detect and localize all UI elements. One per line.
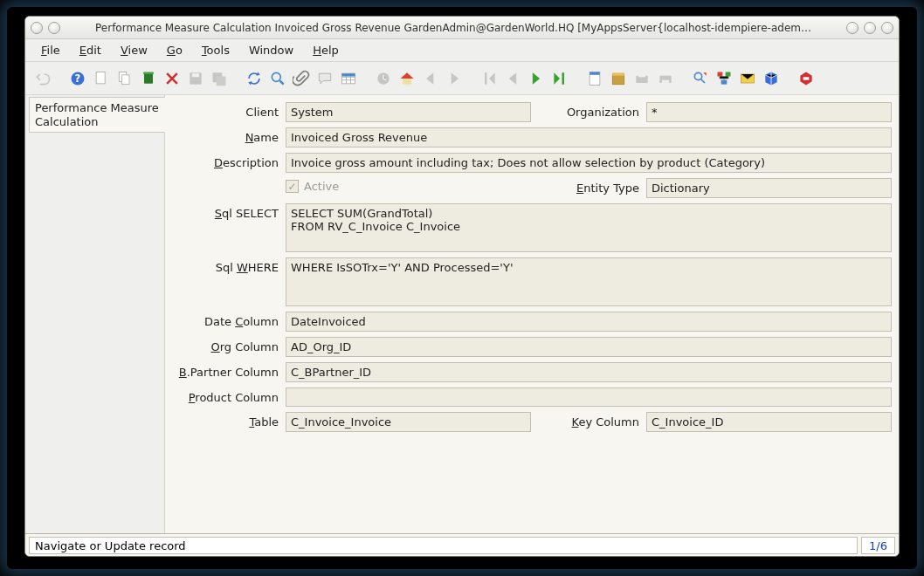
active-label: Active [304, 180, 339, 193]
window-menu-button[interactable] [31, 22, 43, 34]
archive-icon[interactable] [608, 68, 629, 89]
bpcol-label: B.Partner Column [167, 362, 280, 379]
sqlselect-label: Sql SELECT [167, 203, 280, 220]
entitytype-field[interactable]: Dictionary [646, 178, 892, 198]
home-icon[interactable] [396, 68, 417, 89]
first-icon[interactable] [479, 68, 500, 89]
menu-window[interactable]: Window [240, 41, 302, 59]
titlebar: Performance Measure Calculation Invoiced… [25, 17, 899, 39]
orgcol-label: Org Column [167, 337, 280, 353]
table-label: Table [167, 412, 280, 429]
sqlwhere-field[interactable]: WHERE IsSOTrx='Y' AND Processed='Y' [286, 257, 892, 306]
prev-icon[interactable] [502, 68, 523, 89]
description-field[interactable]: Invoice gross amount including tax; Does… [286, 153, 892, 173]
save-new-icon[interactable] [209, 68, 230, 89]
request-icon[interactable] [737, 68, 758, 89]
chat-icon[interactable] [314, 68, 335, 89]
history-icon[interactable] [373, 68, 394, 89]
svg-rect-30 [803, 77, 810, 79]
svg-point-11 [272, 72, 280, 81]
keycol-label: Key Column [536, 412, 641, 429]
menu-edit[interactable]: Edit [71, 41, 110, 59]
window-title: Performance Measure Calculation Invoiced… [95, 22, 811, 34]
svg-rect-15 [403, 79, 411, 85]
svg-rect-2 [96, 72, 105, 83]
datecol-label: Date Column [167, 312, 280, 328]
print-icon[interactable] [655, 68, 676, 89]
prodcol-field[interactable] [286, 387, 892, 407]
menu-file[interactable]: File [32, 41, 69, 59]
svg-rect-8 [192, 73, 199, 77]
grid-toggle-icon[interactable] [338, 68, 359, 89]
svg-rect-10 [217, 76, 226, 86]
nav-forward-icon[interactable] [444, 68, 465, 89]
zoom-across-icon[interactable] [690, 68, 711, 89]
description-label: Description [167, 153, 280, 169]
organization-label: Organization [536, 102, 641, 119]
svg-rect-19 [612, 72, 624, 75]
print-preview-icon[interactable] [631, 68, 652, 89]
minimize-button[interactable] [846, 22, 858, 34]
name-label: Name [167, 127, 280, 144]
attachment-icon[interactable] [291, 68, 312, 89]
svg-rect-21 [638, 72, 645, 77]
workflow-icon[interactable] [714, 68, 734, 89]
report-icon[interactable] [584, 68, 605, 89]
svg-point-24 [694, 72, 701, 79]
maximize-button[interactable] [864, 22, 876, 34]
product-info-icon[interactable] [761, 68, 782, 89]
entitytype-label: Entity Type [536, 178, 641, 195]
svg-text:?: ? [75, 72, 81, 85]
help-icon[interactable]: ? [67, 68, 88, 89]
end-icon[interactable] [796, 68, 817, 89]
nav-back-icon[interactable] [420, 68, 441, 89]
sqlwhere-label: Sql WHERE [167, 257, 280, 274]
sqlselect-field[interactable]: SELECT SUM(GrandTotal) FROM RV_C_Invoice… [286, 203, 892, 252]
menu-help[interactable]: Help [304, 41, 348, 59]
checkbox-icon: ✓ [286, 180, 299, 193]
svg-rect-6 [143, 72, 154, 74]
copy-icon[interactable] [114, 68, 135, 89]
menubar: File Edit View Go Tools Window Help [25, 39, 899, 62]
svg-rect-25 [718, 72, 723, 76]
delete-icon[interactable] [138, 68, 159, 89]
menu-go[interactable]: Go [158, 41, 191, 59]
window-pin-button[interactable] [48, 22, 60, 34]
tab-column: Performance Measure Calculation [25, 95, 165, 533]
svg-rect-27 [721, 79, 727, 84]
menu-view[interactable]: View [112, 41, 156, 59]
name-field[interactable]: Invoiced Gross Revenue [286, 127, 892, 147]
datecol-field[interactable]: DateInvoiced [286, 312, 892, 332]
table-field[interactable]: C_Invoice_Invoice [286, 412, 531, 432]
save-icon[interactable] [185, 68, 206, 89]
keycol-field[interactable]: C_Invoice_ID [646, 412, 892, 432]
delete-selection-icon[interactable] [162, 68, 183, 89]
tab-performance-measure-calculation[interactable]: Performance Measure Calculation [29, 97, 165, 133]
menu-tools[interactable]: Tools [193, 41, 238, 59]
find-icon[interactable] [267, 68, 288, 89]
svg-rect-4 [122, 74, 129, 84]
client-field[interactable]: System [286, 102, 531, 122]
next-icon[interactable] [526, 68, 547, 89]
svg-rect-23 [662, 79, 669, 84]
svg-rect-5 [144, 73, 153, 84]
organization-field[interactable]: * [646, 102, 892, 122]
toolbar: ? [25, 62, 899, 95]
close-button[interactable] [881, 22, 893, 34]
bpcol-field[interactable]: C_BPartner_ID [286, 362, 892, 382]
undo-icon[interactable] [32, 68, 53, 89]
statusbar: Navigate or Update record 1/6 [25, 533, 899, 556]
form-area: Client System Organization * Name Invoic… [165, 95, 899, 533]
status-page[interactable]: 1/6 [861, 537, 895, 554]
new-icon[interactable] [91, 68, 112, 89]
active-checkbox: ✓ Active [286, 178, 531, 195]
last-icon[interactable] [549, 68, 570, 89]
svg-rect-26 [726, 72, 731, 76]
orgcol-field[interactable]: AD_Org_ID [286, 337, 892, 357]
client-label: Client [167, 102, 280, 119]
refresh-icon[interactable] [244, 68, 265, 89]
svg-rect-18 [612, 74, 624, 85]
prodcol-label: Product Column [167, 387, 280, 404]
svg-rect-13 [342, 73, 355, 76]
svg-rect-17 [590, 72, 600, 74]
